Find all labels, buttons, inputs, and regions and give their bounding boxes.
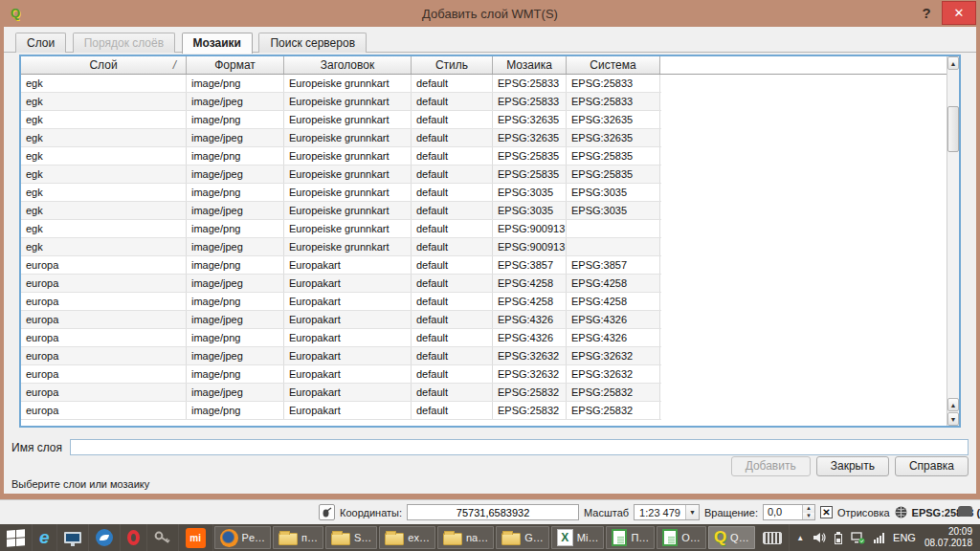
table-cell[interactable]: EPSG:3857 — [567, 256, 660, 274]
table-cell[interactable]: egk — [21, 238, 187, 255]
table-cell[interactable]: EPSG:25835 — [567, 147, 660, 165]
table-cell[interactable]: Europakart — [284, 256, 412, 274]
table-cell[interactable]: default — [412, 184, 493, 201]
volume-icon[interactable] — [813, 532, 826, 543]
taskbar-item-thunderbird[interactable] — [89, 524, 121, 551]
table-cell[interactable]: default — [412, 311, 493, 328]
table-cell[interactable]: egk — [21, 165, 187, 183]
table-cell[interactable]: image/png — [187, 184, 284, 201]
table-row[interactable]: europaimage/pngEuropakartdefaultEPSG:432… — [21, 329, 661, 347]
table-cell[interactable]: Europeiske grunnkart — [284, 202, 412, 219]
taskbar-item-calc-2[interactable]: O… — [657, 526, 706, 549]
taskbar-item-display[interactable] — [57, 524, 89, 551]
table-cell[interactable]: Europeiske grunnkart — [284, 129, 412, 146]
table-cell[interactable]: Europeiske grunnkart — [284, 147, 412, 165]
table-cell[interactable]: default — [412, 329, 493, 346]
table-cell[interactable]: Europeiske grunnkart — [284, 93, 412, 110]
table-cell[interactable]: image/png — [187, 256, 284, 274]
table-cell[interactable]: default — [412, 347, 493, 364]
table-cell[interactable]: europa — [21, 329, 187, 346]
scrollbar-thumb[interactable] — [947, 106, 959, 152]
table-cell[interactable]: image/jpeg — [187, 347, 284, 364]
taskbar-item-folder-5[interactable]: G… — [496, 526, 549, 549]
taskbar-item-folder-1[interactable]: п… — [273, 526, 323, 549]
close-button[interactable]: Закрыть — [816, 456, 889, 476]
column-header-0[interactable]: Слой/ — [21, 56, 187, 74]
table-cell[interactable]: Europakart — [284, 275, 412, 292]
table-cell[interactable]: Europakart — [284, 402, 412, 419]
globe-crs-icon[interactable] — [895, 506, 907, 518]
table-cell[interactable]: image/png — [187, 365, 284, 383]
table-cell[interactable]: egk — [21, 129, 187, 146]
taskbar-item-folder-3[interactable]: ex… — [379, 526, 435, 549]
table-cell[interactable] — [567, 238, 660, 255]
table-cell[interactable]: image/png — [187, 293, 284, 310]
table-cell[interactable]: europa — [21, 256, 187, 274]
table-cell[interactable]: EPSG:4258 — [567, 275, 660, 292]
table-cell[interactable]: EPSG:25835 — [493, 165, 567, 183]
table-cell[interactable]: image/png — [187, 220, 284, 237]
table-cell[interactable]: europa — [21, 402, 187, 419]
table-cell[interactable]: EPSG:32632 — [493, 365, 567, 383]
table-cell[interactable]: EPSG:25833 — [567, 93, 660, 110]
column-header-2[interactable]: Заголовок — [284, 56, 412, 74]
table-cell[interactable]: image/jpeg — [187, 275, 284, 292]
table-cell[interactable]: default — [412, 202, 493, 219]
table-cell[interactable]: EPSG:25832 — [567, 402, 660, 419]
table-cell[interactable]: europa — [21, 275, 187, 292]
table-cell[interactable]: default — [412, 384, 493, 401]
scroll-down-icon[interactable]: ▼ — [947, 412, 959, 426]
table-cell[interactable]: Europeiske grunnkart — [284, 238, 412, 255]
table-cell[interactable]: default — [412, 238, 493, 255]
table-cell[interactable]: europa — [21, 347, 187, 364]
table-cell[interactable]: EPSG:4326 — [493, 329, 567, 346]
table-cell[interactable]: default — [412, 75, 493, 92]
table-cell[interactable]: EPSG:4326 — [567, 329, 660, 346]
tab-layers[interactable]: Слои — [15, 33, 66, 53]
table-cell[interactable] — [567, 220, 660, 237]
table-cell[interactable]: egk — [21, 147, 187, 165]
signal-bars-icon[interactable] — [874, 533, 884, 543]
table-cell[interactable]: egk — [21, 220, 187, 237]
table-cell[interactable]: default — [412, 365, 493, 383]
table-cell[interactable]: default — [412, 93, 493, 110]
table-cell[interactable]: EPSG:25832 — [493, 384, 567, 401]
table-cell[interactable]: image/jpeg — [187, 202, 284, 219]
table-row[interactable]: egkimage/jpegEuropeiske grunnkartdefault… — [21, 129, 661, 147]
table-cell[interactable]: egk — [21, 184, 187, 201]
table-cell[interactable]: Europeiske grunnkart — [284, 165, 412, 183]
table-cell[interactable]: EPSG:32632 — [493, 347, 567, 364]
log-messages-icon[interactable] — [958, 506, 972, 517]
table-cell[interactable]: EPSG:32635 — [493, 129, 567, 146]
taskbar-item-keys[interactable] — [147, 524, 179, 551]
table-cell[interactable]: EPSG:25832 — [567, 384, 660, 401]
table-cell[interactable]: EPSG:4258 — [493, 293, 567, 310]
table-cell[interactable]: image/jpeg — [187, 129, 284, 146]
table-cell[interactable]: default — [412, 129, 493, 146]
table-cell[interactable]: egk — [21, 202, 187, 219]
table-row[interactable]: egkimage/jpegEuropeiske grunnkartdefault… — [21, 93, 661, 111]
table-cell[interactable]: default — [412, 256, 493, 274]
table-cell[interactable]: default — [412, 275, 493, 292]
hidden-icons-icon[interactable]: ▲ — [796, 534, 804, 542]
table-cell[interactable]: Europeiske grunnkart — [284, 75, 412, 92]
column-header-3[interactable]: Стиль — [412, 56, 493, 74]
taskbar-item-keyboard[interactable] — [756, 524, 790, 551]
table-cell[interactable]: image/png — [187, 75, 284, 92]
table-cell[interactable]: EPSG:32635 — [493, 111, 567, 128]
table-row[interactable]: europaimage/jpegEuropakartdefaultEPSG:42… — [21, 275, 661, 293]
table-cell[interactable]: EPSG:3035 — [493, 184, 567, 201]
taskbar-item-calc-1[interactable]: П… — [606, 526, 655, 549]
table-row[interactable]: egkimage/pngEuropeiske grunnkartdefaultE… — [21, 184, 661, 202]
table-cell[interactable]: EPSG:25832 — [493, 402, 567, 419]
clock[interactable]: 20:09 08.07.2018 — [924, 526, 972, 549]
column-header-1[interactable]: Формат — [187, 56, 284, 74]
table-row[interactable]: europaimage/pngEuropakartdefaultEPSG:258… — [21, 402, 661, 420]
table-cell[interactable]: Europeiske grunnkart — [284, 220, 412, 237]
spinner-arrows-icon[interactable]: ▲▼ — [802, 505, 814, 519]
tab-server-search[interactable]: Поиск серверов — [258, 33, 367, 53]
scroll-up-icon[interactable]: ▲ — [947, 56, 959, 70]
table-cell[interactable]: EPSG:4326 — [567, 311, 660, 328]
table-cell[interactable]: EPSG:3035 — [567, 184, 660, 201]
language-indicator[interactable]: ENG — [893, 532, 916, 543]
